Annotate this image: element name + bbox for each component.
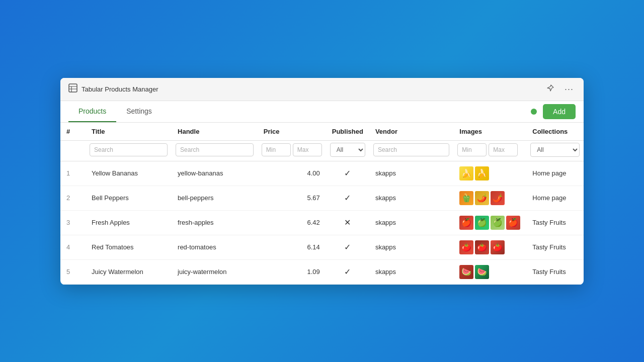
published-check-icon: ✓: [332, 168, 363, 178]
row-published: ✕: [326, 210, 369, 235]
table-row: 1 Yellow Bananas yellow-bananas 4.00 ✓ s…: [60, 161, 584, 186]
add-button[interactable]: Add: [543, 104, 576, 119]
filter-handle-cell: [172, 140, 258, 161]
col-num: #: [60, 123, 86, 141]
filter-handle-input[interactable]: [176, 143, 254, 156]
row-title: Juicy Watermelon: [86, 259, 172, 284]
row-price: 5.67: [258, 186, 326, 210]
table-header-row: # Title Handle Price Published Vendor Im…: [60, 123, 584, 141]
image-thumb[interactable]: 🍏: [475, 216, 489, 230]
image-thumb[interactable]: 🍉: [475, 265, 489, 279]
app-title: Tabular Products Manager: [82, 85, 158, 93]
status-indicator: [531, 109, 537, 115]
row-vendor: skapps: [369, 161, 453, 186]
image-thumb[interactable]: 🌶️: [475, 191, 489, 205]
images-cell: 🫑 🌶️ 🌶️: [459, 191, 520, 205]
image-thumb[interactable]: 🍌: [459, 166, 473, 180]
col-handle: Handle: [172, 123, 258, 141]
image-thumb[interactable]: 🍎: [459, 216, 473, 230]
col-collections: Collections: [526, 123, 584, 141]
published-cross-icon: ✕: [332, 218, 363, 227]
row-collections: Tasty Fruits: [526, 259, 584, 284]
table-row: 3 Fresh Apples fresh-apples 6.42 ✕ skapp…: [60, 210, 584, 235]
tab-products[interactable]: Products: [68, 101, 116, 122]
row-images: 🫑 🌶️ 🌶️: [453, 186, 526, 210]
row-price: 6.14: [258, 235, 326, 259]
row-handle: fresh-apples: [172, 210, 258, 235]
row-handle: yellow-bananas: [172, 161, 258, 186]
images-cell: 🍅 🍅 🍅: [459, 240, 520, 254]
filter-images-cell: [453, 140, 526, 161]
row-handle: juicy-watermelon: [172, 259, 258, 284]
tabs-bar: Products Settings Add: [60, 101, 584, 123]
table-row: 2 Bell Peppers bell-peppers 5.67 ✓ skapp…: [60, 186, 584, 210]
images-filters: [457, 143, 522, 156]
image-thumb[interactable]: 🍎: [506, 216, 520, 230]
row-published: ✓: [326, 259, 369, 284]
products-table: # Title Handle Price Published Vendor Im…: [60, 123, 584, 285]
filter-collections-cell: All Home page Tasty Fruits: [526, 140, 584, 161]
filter-collections-select[interactable]: All Home page Tasty Fruits: [530, 143, 580, 157]
row-handle: bell-peppers: [172, 186, 258, 210]
col-price: Price: [258, 123, 326, 141]
images-cell: 🍉 🍉: [459, 265, 520, 279]
table-row: 4 Red Tomatoes red-tomatoes 6.14 ✓ skapp…: [60, 235, 584, 259]
filter-vendor-cell: [369, 140, 453, 161]
filter-images-min[interactable]: [457, 143, 487, 156]
price-filters: [262, 143, 322, 156]
row-price: 1.09: [258, 259, 326, 284]
images-cell: 🍌 🍌: [459, 166, 520, 180]
image-thumb[interactable]: 🌶️: [491, 191, 505, 205]
row-num: 3: [60, 210, 86, 235]
filter-title-input[interactable]: [90, 143, 168, 156]
row-published: ✓: [326, 186, 369, 210]
filter-row: All Yes No: [60, 140, 584, 161]
row-num: 5: [60, 259, 86, 284]
filter-published-select[interactable]: All Yes No: [330, 143, 365, 157]
filter-price-min[interactable]: [262, 143, 291, 156]
images-cell: 🍎 🍏 🍏 🍎: [459, 216, 520, 230]
titlebar-left: Tabular Products Manager: [68, 83, 158, 95]
pin-button[interactable]: [544, 83, 556, 95]
row-num: 4: [60, 235, 86, 259]
row-vendor: skapps: [369, 259, 453, 284]
image-thumb[interactable]: 🍌: [475, 166, 489, 180]
image-thumb[interactable]: 🍏: [491, 216, 505, 230]
row-handle: red-tomatoes: [172, 235, 258, 259]
filter-images-max[interactable]: [489, 143, 518, 156]
filter-price-cell: [258, 140, 326, 161]
collections-filter: All Home page Tasty Fruits: [530, 143, 580, 157]
row-price: 4.00: [258, 161, 326, 186]
row-images: 🍉 🍉: [453, 259, 526, 284]
col-vendor: Vendor: [369, 123, 453, 141]
row-collections: Tasty Fruits: [526, 210, 584, 235]
row-vendor: skapps: [369, 210, 453, 235]
row-collections: Home page: [526, 186, 584, 210]
image-thumb[interactable]: 🍅: [491, 240, 505, 254]
row-images: 🍅 🍅 🍅: [453, 235, 526, 259]
image-thumb[interactable]: 🫑: [459, 191, 473, 205]
app-window: Tabular Products Manager ··· Products Se…: [60, 78, 584, 285]
image-thumb[interactable]: 🍅: [459, 240, 473, 254]
filter-published-cell: All Yes No: [326, 140, 369, 161]
image-thumb[interactable]: 🍉: [459, 265, 473, 279]
tab-settings[interactable]: Settings: [116, 101, 162, 122]
row-vendor: skapps: [369, 186, 453, 210]
row-collections: Tasty Fruits: [526, 235, 584, 259]
app-icon: [68, 83, 77, 95]
image-thumb[interactable]: 🍅: [475, 240, 489, 254]
row-title: Bell Peppers: [86, 186, 172, 210]
row-num: 1: [60, 161, 86, 186]
row-num: 2: [60, 186, 86, 210]
table-row: 5 Juicy Watermelon juicy-watermelon 1.09…: [60, 259, 584, 284]
filter-price-max[interactable]: [293, 143, 322, 156]
row-title: Red Tomatoes: [86, 235, 172, 259]
col-images: Images: [453, 123, 526, 141]
titlebar-actions: ···: [544, 83, 576, 96]
col-title: Title: [86, 123, 172, 141]
more-options-button[interactable]: ···: [562, 83, 576, 96]
filter-vendor-input[interactable]: [373, 143, 449, 156]
row-price: 6.42: [258, 210, 326, 235]
published-filter: All Yes No: [330, 143, 365, 157]
row-title: Fresh Apples: [86, 210, 172, 235]
